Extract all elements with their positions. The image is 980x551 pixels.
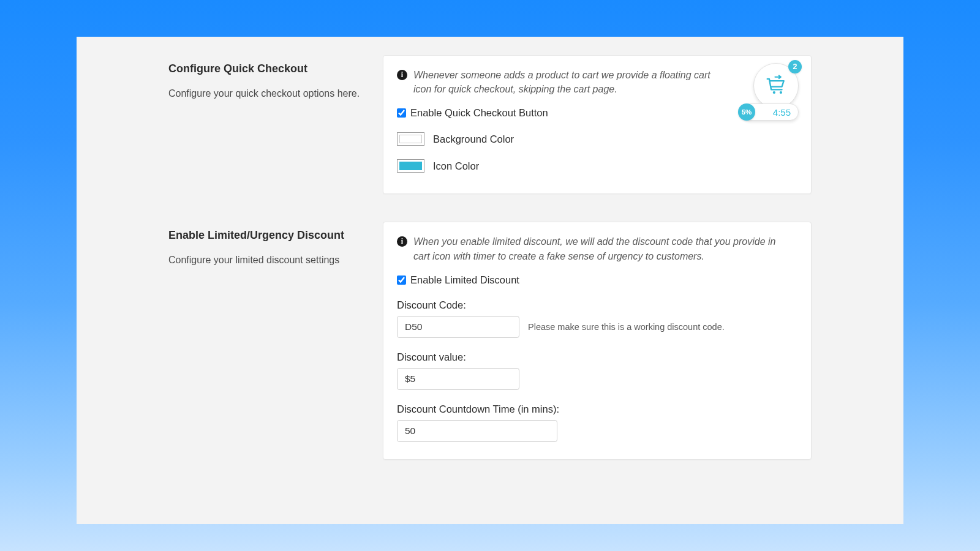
info-row: i When you enable limited discount, we w… [397, 234, 797, 263]
section-left: Enable Limited/Urgency Discount Configur… [168, 222, 383, 459]
section-left: Configure Quick Checkout Configure your … [168, 55, 383, 194]
discount-value-field: Discount value: [397, 351, 797, 390]
discount-countdown-field: Discount Countdown Time (in mins): [397, 403, 797, 442]
svg-point-0 [773, 91, 775, 94]
discount-countdown-label: Discount Countdown Time (in mins): [397, 403, 797, 415]
discount-title: Enable Limited/Urgency Discount [168, 229, 364, 242]
cart-preview: 2 5% 4:55 [746, 63, 799, 121]
icon-color-label: Icon Color [433, 160, 479, 172]
discount-countdown-input[interactable] [397, 420, 557, 442]
cart-timer: 4:55 [773, 107, 791, 118]
discount-code-hint: Please make sure this is a working disco… [528, 322, 725, 332]
background-color-label: Background Color [433, 133, 514, 145]
enable-discount-row: Enable Limited Discount [397, 274, 797, 286]
section-limited-discount: Enable Limited/Urgency Discount Configur… [77, 222, 903, 459]
cart-circle[interactable]: 2 [753, 63, 799, 108]
quick-checkout-subtitle: Configure your quick checkout options he… [168, 86, 364, 101]
enable-discount-checkbox[interactable] [397, 276, 406, 285]
discount-subtitle: Configure your limited discount settings [168, 253, 364, 268]
discount-value-input[interactable] [397, 368, 519, 390]
settings-page: Configure Quick Checkout Configure your … [77, 37, 903, 524]
icon-color-row: Icon Color [397, 159, 797, 173]
discount-code-field: Discount Code: Please make sure this is … [397, 299, 797, 338]
cart-icon [764, 74, 788, 97]
discount-value-label: Discount value: [397, 351, 797, 363]
quick-checkout-title: Configure Quick Checkout [168, 62, 364, 75]
info-icon: i [397, 236, 407, 247]
discount-card: i When you enable limited discount, we w… [383, 222, 812, 459]
svg-point-1 [780, 91, 782, 94]
cart-count-badge: 2 [788, 60, 802, 73]
background-color-swatch[interactable] [397, 132, 424, 146]
discount-code-input[interactable] [397, 316, 519, 338]
background-color-row: Background Color [397, 132, 797, 146]
quick-checkout-card: i Whenever someone adds a product to car… [383, 55, 812, 194]
discount-info: When you enable limited discount, we wil… [413, 234, 793, 263]
cart-lower-pill[interactable]: 5% 4:55 [742, 103, 799, 121]
discount-code-label: Discount Code: [397, 299, 797, 311]
discount-percent-badge: 5% [738, 103, 755, 121]
enable-quick-checkout-label: Enable Quick Checkout Button [410, 107, 548, 119]
swatch-inner [399, 135, 422, 143]
quick-checkout-info: Whenever someone adds a product to cart … [413, 68, 714, 96]
enable-quick-checkout-row: Enable Quick Checkout Button [397, 107, 797, 119]
swatch-inner [399, 162, 422, 170]
enable-discount-label: Enable Limited Discount [410, 274, 519, 286]
section-quick-checkout: Configure Quick Checkout Configure your … [77, 55, 903, 194]
field-row: Please make sure this is a working disco… [397, 316, 797, 338]
info-icon: i [397, 70, 407, 80]
icon-color-swatch[interactable] [397, 159, 424, 173]
info-row: i Whenever someone adds a product to car… [397, 68, 797, 96]
enable-quick-checkout-checkbox[interactable] [397, 108, 406, 118]
